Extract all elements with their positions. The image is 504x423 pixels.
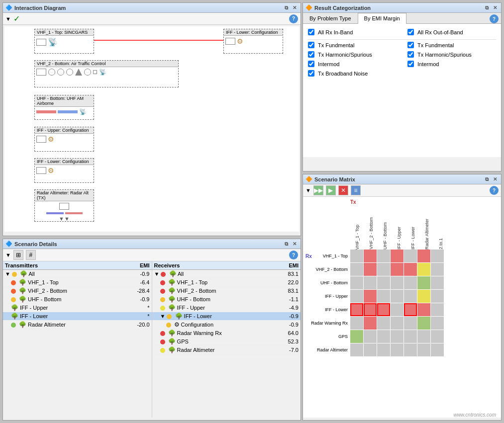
matrix-cell-4-1[interactable] [364, 303, 377, 316]
sm-expand-icon[interactable]: ▼ [305, 187, 311, 193]
rx-row[interactable]: 🌳 IFF - Upper -4.9 [152, 304, 301, 312]
matrix-cell-1-6[interactable] [431, 263, 444, 276]
matrix-cell-1-5[interactable] [417, 263, 430, 276]
sm-restore-button[interactable]: ⧉ [484, 176, 490, 182]
checkbox-intermod-right[interactable] [407, 61, 414, 67]
checkbox-tx-broadband[interactable] [308, 70, 314, 77]
tx-row[interactable]: 🌳 VHF_2 - Bottom -28.4 [3, 287, 152, 295]
matrix-cell-2-4[interactable] [404, 276, 417, 289]
diag-node-iff-upper[interactable]: IFF - Upper: Configuration ⚙ [34, 127, 94, 152]
rx-row[interactable]: 🌳 GPS 52.3 [152, 338, 301, 346]
matrix-cell-7-5[interactable] [417, 343, 430, 356]
rx-row[interactable]: ▼ 🌳 All 83.1 [152, 270, 301, 278]
matrix-cell-0-3[interactable] [391, 250, 403, 262]
matrix-cell-2-3[interactable] [391, 276, 403, 289]
matrix-cell-3-1[interactable] [364, 290, 377, 303]
sd-icon2[interactable]: # [26, 250, 36, 260]
diag-node-iff-lower[interactable]: IFF - Lower: Configuration ⚙ [34, 158, 94, 183]
matrix-cell-0-0[interactable] [350, 250, 363, 262]
matrix-cell-3-4[interactable] [404, 290, 417, 303]
diag-node-radar[interactable]: Radar Altimeter: Radar Alt (TX) ▼▼ [34, 189, 94, 222]
diag-node-vhf1[interactable]: VHF_1 - Top: SINCGARS 📡 [34, 29, 94, 54]
matrix-cell-5-6[interactable] [431, 317, 444, 330]
diag-node-uhf[interactable]: UHF - Bottom: UHF AM Airborne 📡 [34, 95, 94, 120]
matrix-cell-4-2[interactable] [377, 303, 390, 316]
matrix-cell-5-1[interactable] [364, 317, 377, 330]
diag-node-vhf2[interactable]: VHF_2 - Bottom: Air Traffic Control 📡 [34, 60, 179, 87]
check-icon[interactable]: ✓ [13, 14, 20, 23]
matrix-cell-3-2[interactable] [377, 290, 390, 303]
matrix-cell-6-2[interactable] [377, 330, 390, 343]
matrix-cell-1-3[interactable] [391, 263, 403, 276]
tx-row[interactable]: ▼ 🌳 All -0.9 [3, 270, 152, 278]
close-button[interactable]: ✕ [291, 5, 298, 11]
rc-restore-button[interactable]: ⧉ [484, 5, 490, 11]
matrix-cell-0-1[interactable] [364, 250, 377, 262]
rx-row[interactable]: 🌳 VHF_1 - Top 22.0 [152, 278, 301, 287]
matrix-cell-5-2[interactable] [377, 317, 390, 330]
rx-row[interactable]: 🌳 VHF_2 - Bottom 83.1 [152, 287, 301, 295]
sd-info-button[interactable]: ? [289, 251, 298, 259]
restore-button[interactable]: ⧉ [283, 5, 290, 11]
matrix-cell-2-2[interactable] [377, 276, 390, 289]
rx-row[interactable]: 🌳 UHF - Bottom -1.1 [152, 295, 301, 304]
matrix-cell-5-0[interactable] [350, 317, 363, 330]
matrix-cell-6-3[interactable] [391, 330, 403, 343]
matrix-cell-7-3[interactable] [391, 343, 403, 356]
matrix-cell-4-4[interactable] [404, 303, 417, 316]
matrix-cell-7-6[interactable] [431, 343, 444, 356]
tab-by-problem-type[interactable]: By Problem Type [303, 13, 358, 23]
sd-icon1[interactable]: ⊞ [13, 250, 23, 260]
sd-restore-button[interactable]: ⧉ [283, 241, 290, 247]
tx-row[interactable]: 🌳 Radar Altimeter -20.0 [3, 321, 152, 329]
rx-row[interactable]: ▼ 🌳 IFF - Lower -0.9 [152, 312, 301, 321]
matrix-cell-6-4[interactable] [404, 330, 417, 343]
expand-icon[interactable]: ▼ [5, 16, 11, 22]
sm-play[interactable]: ▶ [326, 185, 336, 195]
sm-play-green[interactable]: ▶▶ [313, 185, 323, 195]
matrix-cell-4-3[interactable] [391, 303, 403, 316]
matrix-cell-1-4[interactable] [404, 263, 417, 276]
matrix-cell-6-5[interactable] [417, 330, 430, 343]
rc-close-button[interactable]: ✕ [492, 5, 499, 11]
matrix-cell-0-5[interactable] [417, 250, 430, 262]
checkbox-tx-harm-left[interactable] [308, 51, 314, 58]
info-button[interactable]: ? [289, 14, 298, 23]
matrix-cell-2-1[interactable] [364, 276, 377, 289]
matrix-cell-3-5[interactable] [417, 290, 430, 303]
matrix-cell-4-5[interactable] [417, 303, 430, 316]
matrix-cell-0-2[interactable] [377, 250, 390, 262]
checkbox-tx-harm-right[interactable] [407, 51, 414, 58]
matrix-cell-6-0[interactable] [350, 330, 363, 343]
matrix-cell-2-6[interactable] [431, 276, 444, 289]
checkbox-tx-fund-right[interactable] [407, 42, 414, 48]
matrix-cell-7-4[interactable] [404, 343, 417, 356]
rx-row[interactable]: 🌳 Radar Altimeter -7.0 [152, 346, 301, 354]
matrix-cell-5-4[interactable] [404, 317, 417, 330]
matrix-cell-6-1[interactable] [364, 330, 377, 343]
matrix-cell-1-2[interactable] [377, 263, 390, 276]
sm-settings[interactable]: ≡ [351, 185, 361, 195]
tx-row[interactable]: 🌳 IFF - Lower * [3, 312, 152, 321]
matrix-cell-7-2[interactable] [377, 343, 390, 356]
matrix-cell-0-6[interactable] [431, 250, 444, 262]
matrix-cell-4-6[interactable] [431, 303, 444, 316]
matrix-cell-1-1[interactable] [364, 263, 377, 276]
tx-row[interactable]: 🌳 VHF_1 - Top -6.4 [3, 278, 152, 287]
sm-close-button[interactable]: ✕ [492, 176, 499, 182]
tx-row[interactable]: 🌳 IFF - Upper * [3, 304, 152, 312]
diag-node-iff-lower-cfg[interactable]: IFF - Lower: Configuration ⚙ [223, 29, 283, 54]
matrix-cell-5-3[interactable] [391, 317, 403, 330]
sm-info-button[interactable]: ? [490, 186, 499, 195]
checkbox-all-rx-inband[interactable] [308, 29, 314, 35]
matrix-cell-2-5[interactable] [417, 276, 430, 289]
matrix-cell-2-0[interactable] [350, 276, 363, 289]
matrix-cell-6-6[interactable] [431, 330, 444, 343]
matrix-cell-3-6[interactable] [431, 290, 444, 303]
matrix-cell-1-0[interactable] [350, 263, 363, 276]
matrix-cell-3-0[interactable] [350, 290, 363, 303]
sd-expand-icon[interactable]: ▼ [5, 252, 11, 258]
sd-close-button[interactable]: ✕ [291, 241, 298, 247]
sm-stop-red[interactable]: ✕ [338, 185, 348, 195]
matrix-cell-0-4[interactable] [404, 250, 417, 262]
